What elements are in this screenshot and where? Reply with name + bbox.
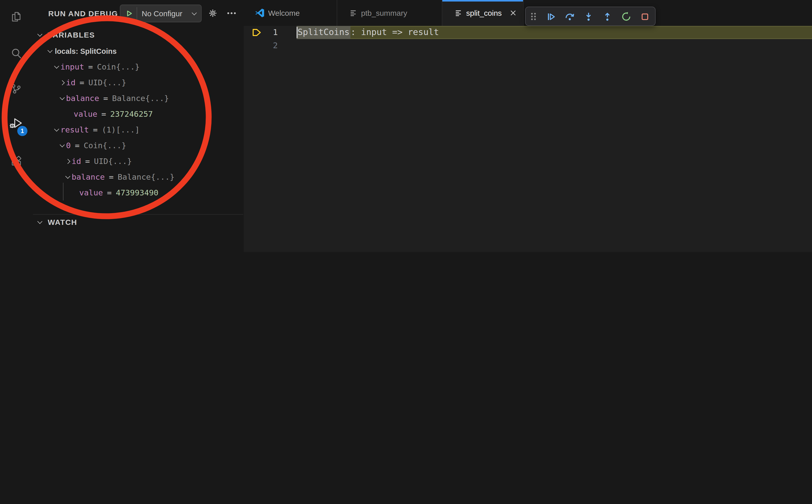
code-line[interactable]: SplitCoins: input => result <box>296 26 439 39</box>
sidebar-title: RUN AND DEBUG <box>48 9 118 18</box>
chevron-down-icon <box>37 219 44 225</box>
debug-badge: 1 <box>17 126 27 136</box>
variable-row[interactable]: result=(1)[...] <box>33 122 244 138</box>
chevron-down-icon <box>59 95 66 102</box>
chevron-right-icon <box>65 158 72 164</box>
run-debug-icon[interactable] <box>0 116 32 131</box>
debug-config-dropdown[interactable]: No Configur <box>120 5 202 22</box>
watch-section-header[interactable]: WATCH <box>33 215 244 229</box>
gear-icon[interactable] <box>208 9 217 18</box>
variable-row[interactable]: 0=Coin{...} <box>33 138 244 153</box>
variable-row[interactable]: input=Coin{...} <box>33 59 244 75</box>
highlighted-word: SplitCoins <box>296 26 351 39</box>
list-icon <box>455 9 463 17</box>
step-into-icon[interactable] <box>583 11 594 22</box>
tab-label: ptb_summary <box>361 9 407 17</box>
source-control-icon[interactable] <box>0 83 32 95</box>
chevron-down-icon <box>59 142 66 149</box>
chevron-down-icon <box>47 48 54 54</box>
start-debug-play-icon[interactable] <box>126 10 132 17</box>
dropdown-divider <box>137 7 137 20</box>
chevron-down-icon <box>54 63 60 70</box>
step-over-icon[interactable] <box>564 11 575 22</box>
vscode-logo-icon <box>255 8 264 18</box>
line-number: 2 <box>244 39 278 52</box>
tab-welcome[interactable]: Welcome <box>244 0 337 26</box>
variable-row[interactable]: balance=Balance{...} <box>33 90 244 106</box>
config-dropdown-label[interactable]: No Configur <box>142 9 191 18</box>
section-divider <box>33 214 243 215</box>
extensions-icon[interactable] <box>0 155 32 167</box>
list-icon <box>349 9 357 17</box>
variable-row[interactable]: id=UID{...} <box>33 153 244 169</box>
indent-guide <box>63 183 63 200</box>
chevron-none <box>73 189 79 196</box>
chevron-down-icon <box>65 174 72 180</box>
line-number: 1 <box>244 26 278 39</box>
variable-row[interactable]: id=UID{...} <box>33 75 244 90</box>
run-debug-sidebar: RUN AND DEBUG No Configur <box>33 0 244 252</box>
continue-icon[interactable] <box>546 11 557 22</box>
stop-icon[interactable] <box>639 11 651 22</box>
variables-section-label: VARIABLES <box>48 30 95 39</box>
variables-section-header[interactable]: VARIABLES <box>33 28 244 42</box>
variable-row[interactable]: value=237246257 <box>33 106 244 122</box>
scope-label: locals: SplitCoins <box>55 47 116 55</box>
tab-split-coins[interactable]: split_coins <box>442 0 524 26</box>
step-out-icon[interactable] <box>602 11 613 22</box>
chevron-none <box>67 111 74 117</box>
chevron-down-icon <box>37 31 44 38</box>
explorer-icon[interactable] <box>0 11 32 23</box>
activity-bar: 1 <box>0 0 34 252</box>
search-icon[interactable] <box>0 47 32 59</box>
more-actions-icon[interactable] <box>226 9 237 17</box>
variable-row[interactable]: balance=Balance{...} <box>33 169 244 185</box>
tab-label: Welcome <box>268 9 300 17</box>
tab-label: split_coins <box>466 9 502 17</box>
watch-section-label: WATCH <box>48 218 77 226</box>
variable-row[interactable]: value=473993490 <box>33 185 244 200</box>
chevron-right-icon <box>59 79 66 86</box>
restart-icon[interactable] <box>621 11 632 22</box>
chevron-down-icon <box>54 126 60 133</box>
vscode-window: 1 <box>0 0 812 252</box>
debug-toolbar <box>525 6 656 26</box>
scope-row[interactable]: locals: SplitCoins <box>33 43 244 59</box>
chevron-down-icon[interactable] <box>191 10 198 17</box>
variables-tree: locals: SplitCoins input=Coin{...} id=UI… <box>33 43 244 200</box>
drag-handle-icon[interactable] <box>528 11 539 22</box>
editor-group: Welcome ptb_summary spli <box>244 0 812 252</box>
close-icon[interactable] <box>508 8 518 18</box>
tab-ptb-summary[interactable]: ptb_summary <box>337 0 442 26</box>
text-cursor <box>296 27 297 38</box>
